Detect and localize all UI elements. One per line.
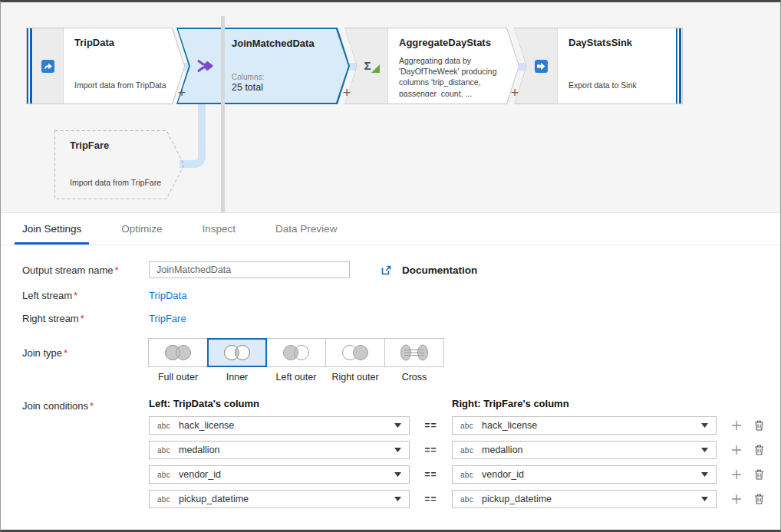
add-condition-button[interactable] (730, 468, 743, 481)
required-asterisk: * (90, 400, 94, 412)
node-aggregatedaystats[interactable]: Σ AggregateDayStats Aggregating data by … (344, 28, 519, 104)
node-title: TripFare (70, 140, 109, 151)
trash-icon (754, 469, 764, 480)
field-label: Right stream* (22, 313, 149, 324)
join-type-full-outer[interactable] (148, 338, 208, 367)
join-type-inner[interactable] (207, 338, 267, 367)
add-transformation-button[interactable]: + (340, 86, 354, 100)
sink-edge-bars (675, 28, 681, 103)
equals-operator: == (410, 445, 452, 455)
plus-icon (731, 445, 742, 455)
join-type-left-outer[interactable] (266, 338, 326, 367)
join-type-labels: Full outer Inner Left outer Right outer … (149, 372, 444, 383)
documentation-link[interactable]: Documentation (381, 264, 477, 276)
node-title: JoinMatchedData (232, 38, 333, 49)
string-type-icon: abc (460, 446, 473, 455)
panel-tabs: Join Settings Optimize Inspect Data Prev… (1, 213, 780, 245)
condition-row: abc hack_license == abc hack_license (149, 416, 765, 435)
tab-data-preview[interactable]: Data Preview (268, 213, 344, 245)
row-actions (730, 419, 765, 432)
node-text: DayStatsSink Export data to Sink (558, 28, 682, 103)
node-icon-column (33, 28, 64, 103)
node-columns-summary: Columns: 25 total (232, 73, 333, 93)
add-condition-button[interactable] (730, 419, 743, 432)
node-body: JoinMatchedData Columns: 25 total (178, 29, 348, 103)
node-description: Import data from TripData (74, 80, 169, 90)
add-transformation-button[interactable]: + (175, 86, 189, 100)
left-column-dropdown[interactable]: abc vendor_id (149, 465, 410, 484)
node-text: AggregateDayStats Aggregating data by 'D… (388, 28, 519, 103)
delete-condition-button[interactable] (753, 419, 765, 432)
field-label: Output stream name* (22, 264, 149, 276)
join-type-right-outer[interactable] (325, 338, 385, 367)
chevron-down-icon (394, 448, 401, 452)
left-column-dropdown[interactable]: abc hack_license (149, 416, 410, 435)
chevron-down-icon (701, 448, 708, 452)
row-actions (730, 444, 765, 456)
node-body: DayStatsSink Export data to Sink (515, 28, 682, 103)
delete-condition-button[interactable] (753, 468, 765, 481)
add-transformation-button[interactable]: + (508, 86, 522, 100)
left-column-dropdown[interactable]: abc medallion (149, 441, 410, 459)
tab-join-settings[interactable]: Join Settings (15, 213, 89, 245)
string-type-icon: abc (460, 422, 473, 430)
chevron-down-icon (394, 497, 401, 501)
chevron-down-icon (701, 472, 708, 477)
condition-row: abc pickup_datetime == abc pickup_dateti… (149, 490, 765, 508)
right-column-dropdown[interactable]: abc hack_license (452, 416, 717, 435)
plus-icon (731, 469, 742, 480)
node-description: Export data to Sink (568, 80, 667, 90)
join-conditions-row: Join conditions* Left: TripData's column… (22, 398, 759, 514)
plus-icon (731, 494, 742, 504)
join-type-picker: Full outer Inner Left outer Right outer … (149, 338, 444, 383)
right-column-header: Right: TripFare's column (452, 398, 569, 409)
delete-condition-button[interactable] (753, 493, 765, 505)
node-tripfare-ghost[interactable]: TripFare Import data from TripFare (54, 130, 185, 199)
node-daystatssink[interactable]: DayStatsSink Export data to Sink (514, 28, 683, 104)
right-column-dropdown[interactable]: abc medallion (452, 441, 717, 459)
right-stream-link[interactable]: TripFare (149, 313, 186, 324)
string-type-icon: abc (460, 471, 473, 479)
add-condition-button[interactable] (730, 493, 743, 505)
columns-label: Columns: (232, 73, 333, 81)
tab-optimize[interactable]: Optimize (114, 213, 170, 245)
required-asterisk: * (81, 313, 84, 324)
venn-full-outer-icon (157, 343, 199, 363)
plus-icon (731, 420, 742, 431)
add-condition-button[interactable] (730, 444, 743, 456)
venn-left-outer-icon (275, 343, 318, 363)
output-stream-row: Output stream name* Documentation (22, 261, 759, 278)
delete-condition-button[interactable] (753, 444, 765, 456)
left-stream-link[interactable]: TripData (149, 290, 186, 301)
join-type-label: Full outer (148, 372, 208, 383)
node-joinmatcheddata[interactable]: JoinMatchedData Columns: 25 total (176, 28, 350, 104)
string-type-icon: abc (157, 471, 170, 479)
required-asterisk: * (115, 264, 119, 276)
right-column-dropdown[interactable]: abc vendor_id (452, 465, 717, 484)
node-tripdata[interactable]: TripData Import data from TripData (26, 28, 185, 104)
dataflow-graph-canvas[interactable]: TripData Import data from TripData JoinM… (1, 2, 780, 213)
output-stream-name-input[interactable] (149, 261, 350, 278)
node-title: AggregateDayStats (399, 37, 503, 48)
row-actions (730, 468, 765, 481)
join-icon (196, 57, 214, 74)
node-title: DayStatsSink (568, 37, 667, 48)
source-icon (41, 59, 55, 74)
tab-inspect[interactable]: Inspect (195, 213, 244, 245)
join-type-cross[interactable] (384, 338, 444, 367)
node-description: Aggregating data by 'DayOfTheWeek' produ… (399, 55, 503, 97)
chevron-down-icon (394, 472, 401, 477)
join-type-label: Cross (384, 372, 444, 383)
node-title: TripData (74, 37, 169, 48)
equals-operator: == (410, 420, 452, 431)
join-type-label: Left outer (266, 372, 326, 383)
trash-icon (754, 445, 764, 455)
right-column-dropdown[interactable]: abc pickup_datetime (452, 490, 717, 508)
required-asterisk: * (64, 347, 68, 359)
venn-right-outer-icon (334, 343, 377, 363)
left-column-dropdown[interactable]: abc pickup_datetime (149, 490, 410, 508)
venn-inner-icon (216, 343, 259, 363)
node-body: TripData Import data from TripData (27, 28, 184, 103)
field-label: Left stream* (22, 290, 149, 301)
string-type-icon: abc (460, 495, 473, 504)
